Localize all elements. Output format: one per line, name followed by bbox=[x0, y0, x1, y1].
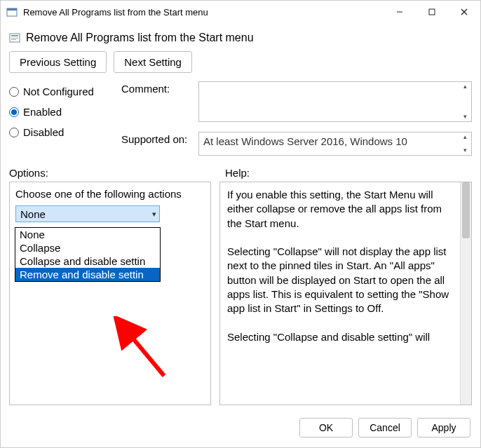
footer: OK Cancel Apply bbox=[1, 411, 480, 447]
nav-row: Previous Setting Next Setting bbox=[1, 47, 480, 77]
dropdown-item[interactable]: None bbox=[15, 228, 160, 241]
comment-scroll[interactable]: ▴▾ bbox=[460, 83, 470, 120]
minimize-button[interactable] bbox=[384, 1, 416, 23]
comment-label: Comment: bbox=[121, 81, 198, 95]
radio-icon bbox=[9, 128, 19, 137]
supported-label: Supported on: bbox=[121, 132, 198, 145]
options-label: Options: bbox=[9, 167, 211, 179]
radio-label: Enabled bbox=[23, 106, 62, 118]
titlebar: Remove All Programs list from the Start … bbox=[1, 1, 480, 23]
radio-not-configured[interactable]: Not Configured bbox=[9, 86, 121, 97]
help-label: Help: bbox=[225, 167, 472, 179]
dropdown-item[interactable]: Collapse bbox=[15, 241, 160, 254]
supported-value: At least Windows Server 2016, Windows 10 bbox=[203, 135, 407, 147]
svg-rect-9 bbox=[11, 39, 16, 40]
radio-enabled[interactable]: Enabled bbox=[9, 106, 121, 118]
policy-header: Remove All Programs list from the Start … bbox=[1, 23, 480, 47]
window-title: Remove All Programs list from the Start … bbox=[23, 7, 384, 18]
dropdown-item[interactable]: Collapse and disable settin bbox=[15, 254, 160, 268]
top-grid: Not Configured Enabled Disabled Comment:… bbox=[1, 77, 480, 156]
svg-rect-1 bbox=[7, 8, 17, 11]
help-scroll-thumb[interactable] bbox=[462, 182, 470, 238]
policy-icon bbox=[9, 32, 20, 43]
policy-title: Remove All Programs list from the Start … bbox=[26, 32, 254, 44]
help-panel: If you enable this setting, the Start Me… bbox=[219, 182, 472, 405]
dropdown-item[interactable]: Remove and disable settin bbox=[15, 268, 160, 281]
close-button[interactable] bbox=[448, 1, 480, 23]
right-fields: Comment: ▴▾ Supported on: At least Windo… bbox=[121, 81, 472, 156]
titlebar-controls bbox=[384, 1, 480, 23]
previous-setting-button[interactable]: Previous Setting bbox=[9, 51, 107, 73]
next-setting-button[interactable]: Next Setting bbox=[114, 51, 192, 73]
combo-value: None bbox=[20, 208, 46, 220]
svg-rect-3 bbox=[429, 9, 435, 15]
options-caption: Choose one of the following actions bbox=[15, 188, 205, 200]
comment-input[interactable]: ▴▾ bbox=[198, 81, 472, 122]
svg-rect-7 bbox=[11, 35, 18, 36]
apply-button[interactable]: Apply bbox=[417, 418, 470, 437]
section-labels: Options: Help: bbox=[1, 156, 480, 182]
radio-icon bbox=[9, 107, 19, 117]
maximize-button[interactable] bbox=[416, 1, 448, 23]
radio-icon bbox=[9, 87, 19, 97]
help-text: If you enable this setting, the Start Me… bbox=[220, 182, 460, 405]
help-scrollbar[interactable] bbox=[460, 182, 471, 405]
supported-on-box: At least Windows Server 2016, Windows 10… bbox=[198, 132, 472, 156]
cancel-button[interactable]: Cancel bbox=[358, 418, 412, 437]
radio-label: Disabled bbox=[23, 126, 64, 138]
options-dropdown[interactable]: NoneCollapseCollapse and disable settinR… bbox=[15, 227, 161, 282]
window-icon bbox=[6, 6, 18, 18]
state-radio-group: Not Configured Enabled Disabled bbox=[9, 81, 121, 156]
ok-button[interactable]: OK bbox=[299, 418, 353, 437]
chevron-down-icon: ▾ bbox=[152, 210, 156, 219]
radio-label: Not Configured bbox=[23, 86, 94, 97]
options-panel: Choose one of the following actions None… bbox=[9, 182, 211, 405]
radio-disabled[interactable]: Disabled bbox=[9, 126, 121, 138]
svg-rect-8 bbox=[11, 38, 18, 39]
panels: Choose one of the following actions None… bbox=[1, 182, 480, 411]
options-combobox[interactable]: None ▾ bbox=[15, 205, 160, 222]
supported-scroll[interactable]: ▴▾ bbox=[460, 134, 470, 154]
policy-editor-window: Remove All Programs list from the Start … bbox=[0, 0, 481, 448]
